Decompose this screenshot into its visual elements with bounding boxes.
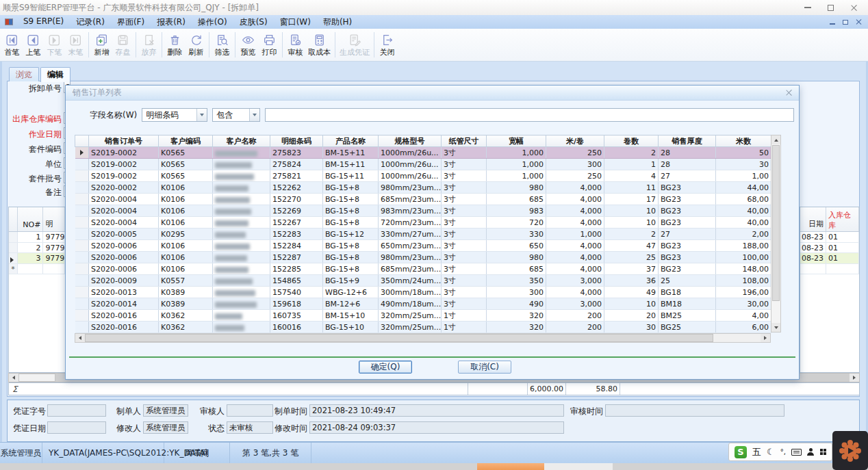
grid-cell[interactable]: K0389 <box>159 298 213 310</box>
grid-cell[interactable]: S2020-0016 <box>89 310 159 322</box>
column-header[interactable]: 明细条码 <box>270 135 323 147</box>
grid-cell[interactable]: 2,00 <box>716 229 771 240</box>
grid-vscrollbar[interactable] <box>771 135 781 332</box>
grid-cell[interactable]: K0106 <box>159 240 213 252</box>
ok-button[interactable]: 确定(Q) <box>359 361 412 374</box>
column-header[interactable]: 产品名称 <box>323 135 379 147</box>
scroll-up-icon[interactable] <box>771 135 780 144</box>
menu-item[interactable]: 操作(O) <box>192 15 233 29</box>
mdi-minimize-icon[interactable] <box>830 23 835 25</box>
grid-cell[interactable] <box>213 240 270 252</box>
grid-cell[interactable]: 157540 <box>270 287 323 298</box>
grid-cell[interactable]: S2020-0013 <box>89 287 159 298</box>
cost-button[interactable]: 取成本 <box>306 29 333 60</box>
grid-cell[interactable]: 1000mm/26u... <box>379 159 442 170</box>
delete-button[interactable]: 删除 <box>164 29 186 60</box>
grid-cell[interactable] <box>213 252 270 263</box>
grid-cell[interactable]: 3寸 <box>442 252 487 263</box>
grid-cell[interactable]: 983 <box>487 205 546 217</box>
row-selector-cell[interactable] <box>75 182 89 194</box>
grid-cell[interactable]: 1,000 <box>546 229 604 240</box>
tab-browse[interactable]: 浏览 <box>9 67 39 81</box>
grid-cell[interactable]: BG23 <box>659 263 716 275</box>
grid-cell[interactable]: 490mm/18um... <box>379 298 442 310</box>
table-row[interactable]: 08-23 01 <box>800 232 859 243</box>
grid-cell[interactable]: 200 <box>546 322 604 333</box>
grid-cell[interactable] <box>213 182 270 194</box>
grid-cell[interactable]: BM-12+6 <box>323 298 379 310</box>
chevron-down-icon[interactable] <box>249 109 259 121</box>
grid-cell[interactable]: 3寸 <box>442 170 487 182</box>
mdi-close-icon[interactable] <box>856 19 861 25</box>
minimize-icon[interactable] <box>804 7 811 8</box>
grid-cell[interactable]: K0389 <box>159 287 213 298</box>
table-row[interactable]: 2 97792 <box>9 243 65 254</box>
sales-order-row[interactable]: S2019-0002K0565275824BM-15+111000mm/26u.… <box>75 159 771 170</box>
grid-cell[interactable]: 3,000 <box>546 298 604 310</box>
first-record-button[interactable]: 首笔 <box>1 29 23 60</box>
grid-cell[interactable]: BG18 <box>659 287 716 298</box>
grid-cell[interactable]: 25 <box>659 275 716 287</box>
row-selector-cell[interactable] <box>75 322 89 333</box>
grid-cell[interactable]: 3寸 <box>442 182 487 194</box>
grid-cell[interactable]: S2020-0004 <box>89 205 159 217</box>
grid-cell[interactable]: 250 <box>546 170 604 182</box>
field-select[interactable]: 明细条码 <box>142 108 207 122</box>
grid-cell[interactable]: 4,000 <box>546 287 604 298</box>
grid-cell[interactable]: 152262 <box>270 182 323 194</box>
grid-cell[interactable]: 36 <box>604 275 659 287</box>
grid-cell[interactable]: 49 <box>604 287 659 298</box>
grid-cell[interactable]: BG-15+12 <box>323 229 379 240</box>
grid-cell[interactable]: BG-15+8 <box>323 194 379 205</box>
row-selector-cell[interactable] <box>75 217 89 229</box>
dialog-close-icon[interactable] <box>786 90 792 96</box>
sales-order-row[interactable]: S2020-0006K0106152285BG-15+8685mm/23um..… <box>75 263 771 275</box>
grid-cell[interactable]: S2020-0004 <box>89 194 159 205</box>
grid-cell[interactable]: S2020-0014 <box>89 298 159 310</box>
grid-cell[interactable]: 4,000 <box>546 252 604 263</box>
punctuation-icon[interactable]: °, <box>780 448 786 456</box>
grid-cell[interactable]: 188,00 <box>716 240 771 252</box>
grid-cell[interactable]: 1000mm/26u... <box>379 170 442 182</box>
grid-cell[interactable]: 685 <box>487 194 546 205</box>
grid-cell[interactable]: 685mm/23um... <box>379 194 442 205</box>
grid-cell[interactable]: 152270 <box>270 194 323 205</box>
grid-cell[interactable]: 4,000 <box>546 217 604 229</box>
grid-cell[interactable]: 980mm/23um... <box>379 252 442 263</box>
row-selector-cell[interactable] <box>75 252 89 263</box>
grid-cell[interactable]: S2019-0002 <box>89 170 159 182</box>
row-selector-cell[interactable] <box>75 287 89 298</box>
grid-cell[interactable] <box>213 159 270 170</box>
table-row-new[interactable]: * <box>9 264 65 275</box>
sales-order-row[interactable]: S2020-0016K0362160735BM-15+10320mm/25um.… <box>75 310 771 322</box>
row-selector-cell[interactable] <box>75 229 89 240</box>
grid-cell[interactable]: S2020-0005 <box>89 229 159 240</box>
grid-cell[interactable]: 685mm/23um... <box>379 263 442 275</box>
scroll-right-icon[interactable] <box>850 374 859 382</box>
grid-cell[interactable]: BG23 <box>659 205 716 217</box>
grid-cell[interactable]: 300mm/18um... <box>379 287 442 298</box>
grid-cell[interactable]: 720mm/23um... <box>379 217 442 229</box>
grid-cell[interactable]: WBG-12+6 <box>323 287 379 298</box>
preview-button[interactable]: 预览 <box>238 29 259 60</box>
grid-cell[interactable]: BG-15+9 <box>323 275 379 287</box>
grid-cell[interactable]: 27 <box>659 229 716 240</box>
grid-cell[interactable]: BM-15+10 <box>323 310 379 322</box>
grid-cell[interactable]: 650mm/23um... <box>379 240 442 252</box>
tab-edit[interactable]: 编辑 <box>40 67 71 82</box>
sales-order-row[interactable]: S2020-0004K0106152267BG-15+8720mm/23um..… <box>75 217 771 229</box>
grid-cell[interactable] <box>213 147 270 159</box>
grid-cell[interactable]: S2020-0009 <box>89 275 159 287</box>
grid-cell[interactable]: 3寸 <box>442 217 487 229</box>
table-row-new[interactable] <box>800 264 859 275</box>
wubi-mode-icon[interactable]: 五 <box>752 446 761 458</box>
grid-cell[interactable]: BG-15+8 <box>323 217 379 229</box>
row-selector-cell[interactable] <box>75 159 89 170</box>
sales-order-row[interactable]: S2020-0005K0295152283BG-15+12330mm/27um.… <box>75 229 771 240</box>
keyboard-icon[interactable] <box>791 449 802 456</box>
grid-cell[interactable]: 4,000 <box>546 194 604 205</box>
exit-button[interactable]: 关闭 <box>376 29 398 60</box>
menu-item[interactable]: 皮肤(S) <box>233 15 274 29</box>
add-button[interactable]: 新增 <box>91 29 112 60</box>
grid-cell[interactable]: 275824 <box>270 159 323 170</box>
